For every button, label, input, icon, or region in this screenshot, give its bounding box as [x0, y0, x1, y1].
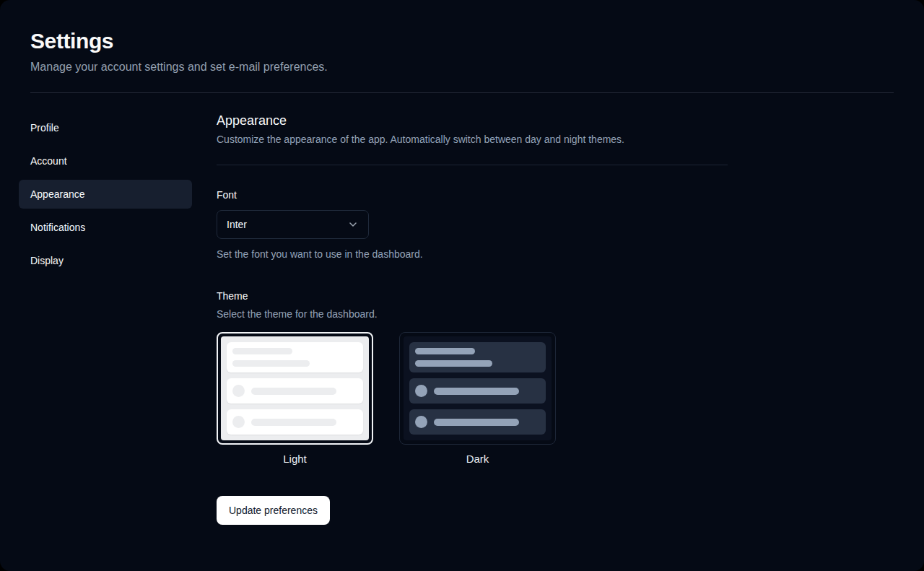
- skeleton-row: [227, 378, 363, 404]
- skeleton-bar: [434, 388, 519, 395]
- chevron-down-icon: [347, 219, 359, 230]
- appearance-section: Appearance Customize the appearance of t…: [217, 113, 728, 525]
- skeleton-avatar-dot: [415, 385, 427, 397]
- sidebar-item-notifications[interactable]: Notifications: [19, 213, 192, 242]
- skeleton-avatar-dot: [415, 416, 427, 428]
- skeleton-bar: [415, 348, 475, 354]
- font-select-value: Inter: [227, 219, 247, 230]
- theme-field: Theme Select the theme for the dashboard…: [217, 290, 728, 465]
- skeleton-avatar-dot: [232, 416, 245, 428]
- light-theme-preview: [217, 332, 373, 445]
- update-preferences-button[interactable]: Update preferences: [217, 496, 330, 525]
- light-theme-caption: Light: [217, 453, 373, 465]
- dark-theme-caption: Dark: [399, 453, 556, 465]
- page-subtitle: Manage your account settings and set e-m…: [30, 61, 894, 74]
- theme-description: Select the theme for the dashboard.: [217, 308, 728, 320]
- section-description: Customize the appearance of the app. Aut…: [217, 134, 728, 145]
- theme-label: Theme: [217, 290, 728, 302]
- skeleton-row: [227, 342, 363, 372]
- skeleton-bar: [232, 348, 292, 354]
- content-row: Profile Account Appearance Notifications…: [30, 113, 894, 525]
- sidebar-item-account[interactable]: Account: [19, 147, 192, 175]
- skeleton-row: [409, 378, 546, 404]
- skeleton-avatar-dot: [232, 385, 245, 397]
- font-help-text: Set the font you want to use in the dash…: [217, 248, 728, 260]
- theme-option-dark[interactable]: Dark: [399, 332, 556, 465]
- light-preview-panel: [221, 336, 369, 440]
- section-title: Appearance: [217, 113, 728, 128]
- theme-option-light[interactable]: Light: [217, 332, 373, 465]
- settings-page: Settings Manage your account settings an…: [0, 0, 924, 571]
- font-field: Font Inter Set the font you want to use …: [217, 189, 728, 260]
- skeleton-row: [409, 342, 546, 372]
- skeleton-bar: [251, 419, 336, 426]
- skeleton-bar: [251, 388, 336, 395]
- page-title: Settings: [30, 29, 894, 53]
- section-divider: [217, 165, 728, 165]
- font-select[interactable]: Inter: [217, 210, 369, 239]
- header-divider: [30, 92, 894, 93]
- page-header: Settings Manage your account settings an…: [30, 17, 894, 74]
- settings-sidebar: Profile Account Appearance Notifications…: [19, 113, 192, 525]
- sidebar-item-appearance[interactable]: Appearance: [19, 180, 192, 209]
- sidebar-item-profile[interactable]: Profile: [19, 113, 192, 142]
- skeleton-row: [227, 409, 363, 435]
- theme-options: Light: [217, 332, 728, 465]
- skeleton-bar: [415, 360, 492, 367]
- skeleton-row: [409, 409, 546, 435]
- font-label: Font: [217, 189, 728, 201]
- sidebar-item-display[interactable]: Display: [19, 246, 192, 275]
- skeleton-bar: [434, 419, 519, 426]
- skeleton-bar: [232, 360, 310, 367]
- dark-theme-preview: [399, 332, 556, 445]
- dark-preview-panel: [404, 336, 552, 440]
